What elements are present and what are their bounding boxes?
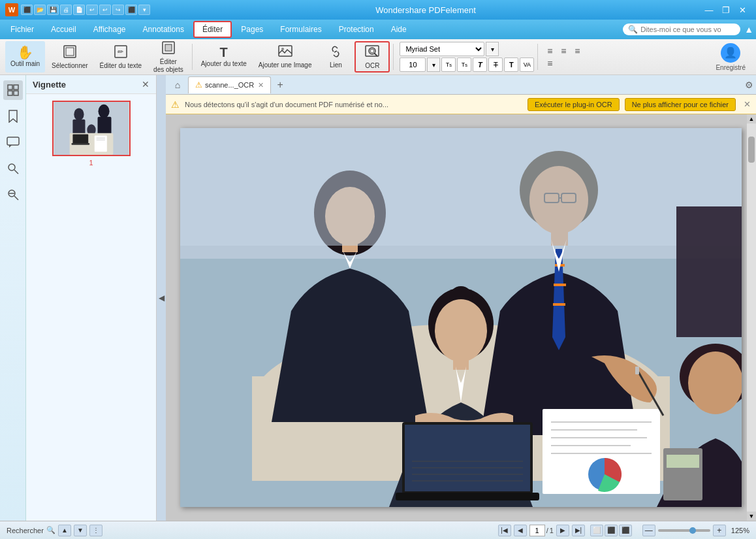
indent-icon[interactable]: ≡: [544, 58, 556, 69]
statusbar: Rechercher 🔍 ▲ ▼ ⋮ |◀ ◀ / 1 ▶ ▶| ⬜ ⬛ ⬛ —…: [0, 521, 756, 539]
font-size-dropdown-btn[interactable]: ▾: [427, 57, 440, 72]
strikethrough-btn[interactable]: T: [488, 57, 503, 72]
superscript-btn[interactable]: Ts: [441, 57, 456, 72]
view-scroll-btn[interactable]: ⬛: [619, 525, 632, 536]
thumbnail-header: Vignette ✕: [26, 75, 156, 94]
svg-rect-76: [180, 128, 742, 246]
sidebar-comment-btn[interactable]: [3, 133, 23, 152]
font-name-select[interactable]: Myriad Set: [400, 42, 484, 56]
tab-settings-btn[interactable]: ⚙: [745, 80, 753, 90]
scroll-down-btn[interactable]: ▼: [747, 512, 756, 521]
view-fit2-btn[interactable]: ⬛: [605, 525, 618, 536]
dismiss-ocr-btn[interactable]: Ne plus afficher pour ce fichier: [625, 98, 736, 111]
font-dropdown-btn[interactable]: ▾: [486, 42, 499, 56]
underline-bold-btn[interactable]: T: [504, 57, 518, 72]
thumbnail-page-1[interactable]: [52, 101, 131, 156]
zoom-out-btn[interactable]: —: [642, 525, 655, 536]
titlebar-left: W ⬛ 📂 💾 🖨 📄 ↩ ↩ ↪ ⬛ ▾: [5, 3, 150, 16]
tab-add-btn[interactable]: +: [272, 77, 288, 93]
menu-formulaires[interactable]: Formulaires: [272, 22, 329, 37]
search-down-btn[interactable]: ▼: [74, 525, 87, 536]
tab-close-btn[interactable]: ✕: [258, 81, 264, 90]
scroll-up-btn[interactable]: ▲: [747, 114, 756, 123]
menu-pages[interactable]: Pages: [233, 22, 271, 37]
ajouter-image-btn[interactable]: Ajouter une Image: [253, 41, 317, 73]
menu-expand-btn[interactable]: ▲: [744, 24, 753, 35]
zoom-in-btn[interactable]: +: [713, 525, 726, 536]
save-btn[interactable]: 💾: [47, 5, 59, 15]
scroll-thumb[interactable]: [748, 137, 755, 163]
outil-main-btn[interactable]: ✋ Outil main: [5, 41, 45, 73]
svg-point-7: [281, 48, 284, 50]
vertical-scrollbar[interactable]: ▲ ▼: [747, 114, 756, 521]
app-icon: W: [5, 3, 18, 16]
menu-fichier[interactable]: Fichier: [3, 22, 42, 37]
menu-aide[interactable]: Aide: [383, 22, 415, 37]
ocr-btn[interactable]: OCR: [354, 41, 390, 73]
lien-btn[interactable]: Lien: [318, 41, 353, 73]
sidebar-thumbnail-btn[interactable]: [3, 80, 23, 100]
view-fit-btn[interactable]: ⬜: [590, 525, 603, 536]
sidebar-search-btn[interactable]: [3, 159, 23, 178]
ajouter-texte-btn[interactable]: T Ajouter du texte: [196, 41, 252, 73]
first-page-btn[interactable]: |◀: [498, 525, 511, 536]
toolbar-separator-2: [393, 44, 394, 70]
enregistre-btn[interactable]: 👤 Enregistré: [710, 41, 751, 74]
thumbnail-panel: Vignette ✕: [26, 75, 157, 521]
text-color-va-btn[interactable]: VA: [520, 57, 534, 72]
window-controls: — ❐ ✕: [701, 3, 751, 16]
menu-annotations[interactable]: Annotations: [135, 22, 192, 37]
redo-btn[interactable]: ↪: [112, 5, 124, 15]
new-file-btn[interactable]: ⬛: [21, 5, 33, 15]
sidebar-advanced-search-btn[interactable]: [3, 185, 23, 204]
tab-home-btn[interactable]: ⌂: [168, 76, 187, 93]
selectionner-btn[interactable]: Sélectionner: [46, 41, 93, 73]
more-btn[interactable]: ▾: [138, 5, 150, 15]
tab-label: scanne..._OCR: [205, 81, 254, 89]
last-page-btn[interactable]: ▶|: [572, 525, 585, 536]
close-btn[interactable]: ✕: [735, 3, 751, 16]
scan-btn[interactable]: 📄: [73, 5, 85, 15]
titlebar: W ⬛ 📂 💾 🖨 📄 ↩ ↩ ↪ ⬛ ▾ Wondershare PDFele…: [0, 0, 756, 20]
current-page-input[interactable]: [529, 525, 545, 536]
restore-btn[interactable]: ❐: [718, 3, 734, 16]
prev-page-btn[interactable]: ◀: [514, 525, 527, 536]
undo-btn[interactable]: ↩: [86, 5, 98, 15]
sidebar-bookmark-btn[interactable]: [3, 106, 23, 126]
zoom-slider[interactable]: [658, 529, 710, 532]
search-up-btn[interactable]: ▲: [58, 525, 71, 536]
minimize-btn[interactable]: —: [701, 3, 717, 16]
subscript-btn[interactable]: Ts: [457, 57, 471, 72]
print-btn[interactable]: 🖨: [60, 5, 72, 15]
search-options-btn[interactable]: ⋮: [89, 525, 102, 536]
align-center-icon[interactable]: ≡: [558, 46, 569, 56]
editer-objets-btn[interactable]: Éditerdes objets: [148, 41, 189, 73]
thumbnail-close-btn[interactable]: ✕: [142, 79, 150, 90]
svg-line-21: [14, 196, 18, 200]
open-btn[interactable]: 📂: [34, 5, 46, 15]
svg-line-19: [14, 170, 18, 174]
menu-accueil[interactable]: Accueil: [43, 22, 84, 37]
menu-editer[interactable]: Éditer: [193, 21, 232, 38]
undo2-btn[interactable]: ↩: [99, 5, 111, 15]
align-right-icon[interactable]: ≡: [571, 46, 583, 56]
editer-texte-btn[interactable]: ✏ Éditer du texte: [95, 41, 147, 73]
zoom-slider-thumb[interactable]: [689, 527, 696, 534]
lien-label: Lien: [330, 61, 342, 69]
editer-texte-label: Éditer du texte: [100, 62, 142, 70]
menu-affichage[interactable]: Affichage: [86, 22, 134, 37]
bold-italic-btn[interactable]: T: [473, 57, 487, 72]
execute-ocr-btn[interactable]: Exécuter le plug-in OCR: [528, 98, 620, 111]
tab-scanne-ocr[interactable]: ⚠ scanne..._OCR ✕: [188, 76, 271, 93]
align-left-icon[interactable]: ≡: [544, 46, 556, 56]
font-size-input[interactable]: [400, 57, 426, 72]
menu-search-input[interactable]: [640, 25, 732, 33]
ocr-close-btn[interactable]: ✕: [744, 99, 751, 109]
menu-protection[interactable]: Protection: [331, 22, 382, 37]
next-page-btn[interactable]: ▶: [556, 525, 569, 536]
panel-collapse-btn[interactable]: ◀: [157, 75, 166, 521]
font-controls: Myriad Set ▾ ▾ Ts Ts T T T VA: [400, 42, 534, 72]
share-btn[interactable]: ⬛: [125, 5, 137, 15]
editer-objets-label: Éditerdes objets: [153, 58, 183, 74]
svg-rect-55: [453, 357, 469, 370]
